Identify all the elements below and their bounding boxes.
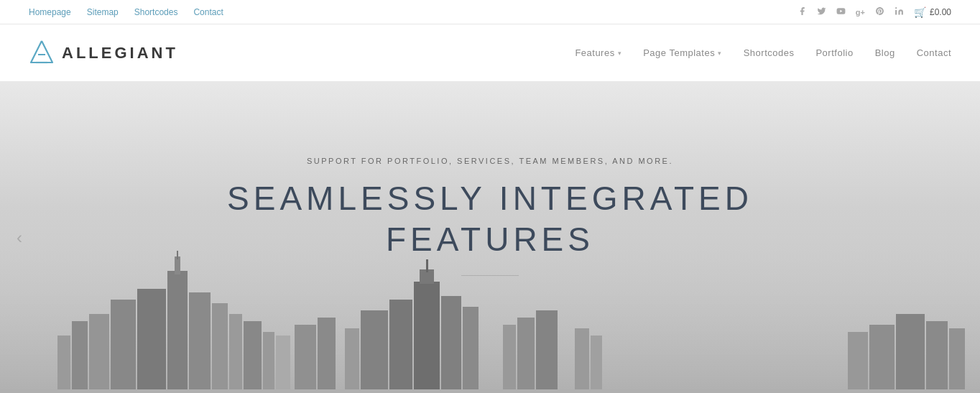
skyline-image — [0, 249, 980, 393]
svg-rect-5 — [72, 321, 88, 393]
nav-links: Features ▾ Page Templates ▾ Shortcodes P… — [575, 47, 951, 58]
googleplus-icon[interactable]: g+ — [856, 8, 865, 17]
nav-blog[interactable]: Blog — [875, 47, 895, 58]
svg-rect-30 — [536, 310, 558, 393]
nav-page-templates[interactable]: Page Templates ▾ — [643, 47, 722, 58]
svg-rect-13 — [212, 303, 228, 393]
svg-rect-28 — [503, 325, 516, 393]
nav-features[interactable]: Features ▾ — [575, 47, 621, 58]
svg-rect-17 — [276, 336, 290, 393]
svg-rect-20 — [345, 328, 359, 393]
svg-rect-7 — [111, 300, 136, 393]
svg-rect-32 — [591, 336, 602, 393]
svg-rect-18 — [295, 325, 316, 393]
facebook-icon[interactable] — [798, 6, 807, 18]
svg-rect-16 — [263, 332, 274, 393]
svg-rect-25 — [426, 259, 428, 272]
svg-rect-15 — [244, 321, 262, 393]
hero-subtitle: SUPPORT FOR PORTFOLIO, SERVICES, TEAM ME… — [307, 157, 673, 165]
logo-icon — [29, 39, 55, 68]
svg-rect-35 — [896, 314, 925, 393]
svg-rect-38 — [0, 389, 980, 393]
svg-rect-21 — [361, 310, 388, 393]
page-templates-dropdown-arrow: ▾ — [718, 50, 722, 57]
svg-rect-23 — [414, 282, 440, 393]
svg-rect-37 — [949, 328, 965, 393]
svg-rect-8 — [137, 289, 166, 393]
nav-shortcodes[interactable]: Shortcodes — [744, 47, 795, 58]
svg-rect-19 — [318, 318, 336, 393]
svg-rect-11 — [177, 251, 178, 259]
main-nav: ALLEGIANT Features ▾ Page Templates ▾ Sh… — [0, 24, 980, 82]
svg-rect-36 — [926, 321, 948, 393]
logo-link[interactable]: ALLEGIANT — [29, 39, 178, 68]
pinterest-icon[interactable] — [875, 6, 884, 18]
svg-rect-27 — [463, 307, 479, 393]
svg-rect-4 — [57, 336, 70, 393]
features-dropdown-arrow: ▾ — [618, 50, 622, 57]
hero-title-line1: SEAMLESSLY INTEGRATED — [227, 180, 753, 217]
topbar-shortcodes-link[interactable]: Shortcodes — [134, 7, 178, 17]
topbar-sitemap-link[interactable]: Sitemap — [87, 7, 119, 17]
cart-amount: £0.00 — [930, 7, 951, 17]
linkedin-icon[interactable] — [895, 6, 904, 18]
logo-text: ALLEGIANT — [62, 44, 178, 63]
svg-rect-34 — [869, 325, 895, 393]
svg-rect-26 — [441, 296, 461, 393]
svg-point-1 — [895, 7, 897, 9]
topbar-homepage-link[interactable]: Homepage — [29, 7, 71, 17]
twitter-icon[interactable] — [817, 6, 826, 18]
svg-rect-29 — [517, 318, 535, 393]
top-bar: Homepage Sitemap Shortcodes Contact g+ 🛒… — [0, 0, 980, 24]
hero-title: SEAMLESSLY INTEGRATED FEATURES — [227, 178, 753, 261]
cart-icon: 🛒 — [914, 6, 926, 18]
svg-rect-6 — [89, 314, 109, 393]
svg-rect-31 — [575, 328, 589, 393]
slider-prev-button[interactable]: ‹ — [9, 227, 30, 249]
topbar-contact-link[interactable]: Contact — [193, 7, 223, 17]
svg-rect-12 — [189, 292, 211, 393]
top-bar-right: g+ 🛒 £0.00 — [798, 6, 951, 18]
hero-section: SUPPORT FOR PORTFOLIO, SERVICES, TEAM ME… — [0, 82, 980, 393]
youtube-icon[interactable] — [836, 6, 846, 18]
svg-rect-22 — [389, 300, 412, 393]
cart-area[interactable]: 🛒 £0.00 — [914, 6, 951, 18]
svg-rect-14 — [229, 314, 242, 393]
nav-contact[interactable]: Contact — [917, 47, 951, 58]
top-bar-nav: Homepage Sitemap Shortcodes Contact — [29, 7, 223, 17]
nav-portfolio[interactable]: Portfolio — [815, 47, 853, 58]
svg-rect-33 — [848, 332, 868, 393]
svg-rect-9 — [167, 271, 188, 393]
